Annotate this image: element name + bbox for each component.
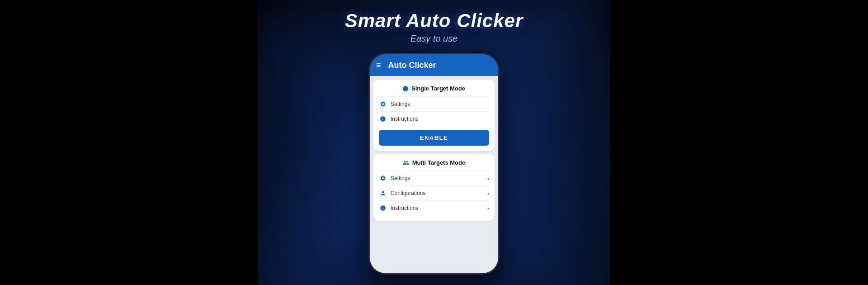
multi-configurations-row[interactable]: Configurations ›: [379, 185, 489, 200]
multi-target-card: Multi Targets Mode Settings ›: [373, 154, 495, 221]
app-subtitle: Easy to use: [410, 33, 458, 44]
enable-button[interactable]: ENABLE: [379, 130, 489, 146]
phone-mockup: ≡ Auto Clicker Single Target Mode: [368, 53, 500, 275]
multi-mode-header: Multi Targets Mode: [379, 159, 489, 166]
multi-instructions-label: Instructions: [391, 205, 484, 211]
configurations-chevron: ›: [487, 190, 489, 197]
multi-mode-icon: [403, 160, 409, 166]
configurations-icon: [379, 189, 387, 197]
single-mode-title: Single Target Mode: [411, 85, 465, 92]
single-mode-header: Single Target Mode: [379, 85, 489, 92]
multi-mode-title: Multi Targets Mode: [412, 159, 465, 166]
hamburger-icon[interactable]: ≡: [376, 61, 381, 69]
phone-screen: Single Target Mode Settings: [370, 76, 498, 273]
single-target-card: Single Target Mode Settings: [373, 80, 495, 151]
multi-settings-label: Settings: [391, 175, 484, 181]
single-instructions-label: Instructions: [391, 116, 489, 122]
multi-instructions-chevron: ›: [487, 205, 489, 212]
multi-instructions-icon: [379, 204, 387, 212]
single-settings-row[interactable]: Settings: [379, 96, 489, 111]
phone-top-bar: ≡ Auto Clicker: [370, 54, 498, 76]
multi-settings-row[interactable]: Settings ›: [379, 171, 489, 185]
phone-app-title: Auto Clicker: [388, 61, 436, 70]
multi-instructions-row[interactable]: Instructions ›: [379, 200, 489, 215]
single-instructions-icon: [379, 115, 387, 123]
single-mode-dot: [403, 86, 408, 91]
multi-settings-chevron: ›: [487, 175, 489, 182]
settings-icon: [379, 100, 387, 108]
configurations-label: Configurations: [391, 190, 484, 196]
single-instructions-row[interactable]: Instructions: [379, 111, 489, 126]
multi-settings-icon: [379, 174, 387, 182]
app-title: Smart Auto Clicker: [345, 10, 524, 32]
single-settings-label: Settings: [391, 101, 489, 107]
